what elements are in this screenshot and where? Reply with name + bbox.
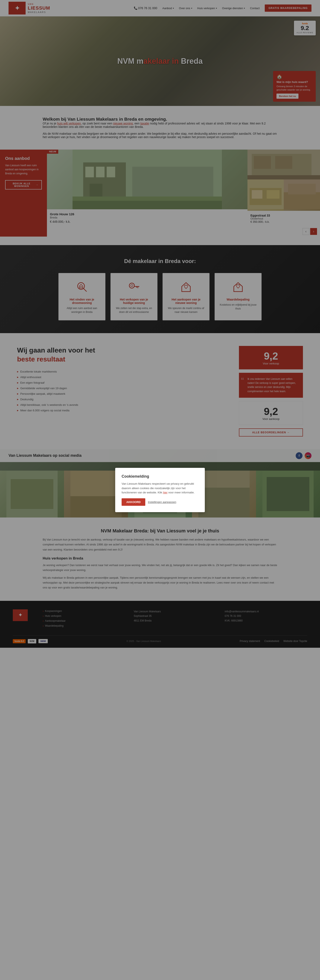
cookie-title: Cookiemelding [122, 474, 198, 479]
akkoord-button[interactable]: AKKOORD [122, 498, 145, 506]
cookie-link[interactable]: hier [163, 491, 168, 494]
cookie-text: Van Liessum Makelaars respecteert uw pri… [122, 482, 198, 495]
instellingen-button[interactable]: Instellingen aanpassen [148, 500, 176, 504]
cookie-modal: Cookiemelding Van Liessum Makelaars resp… [115, 468, 205, 512]
cookie-buttons: AKKOORD Instellingen aanpassen [122, 498, 198, 506]
cookie-overlay: Cookiemelding Van Liessum Makelaars resp… [0, 0, 320, 648]
